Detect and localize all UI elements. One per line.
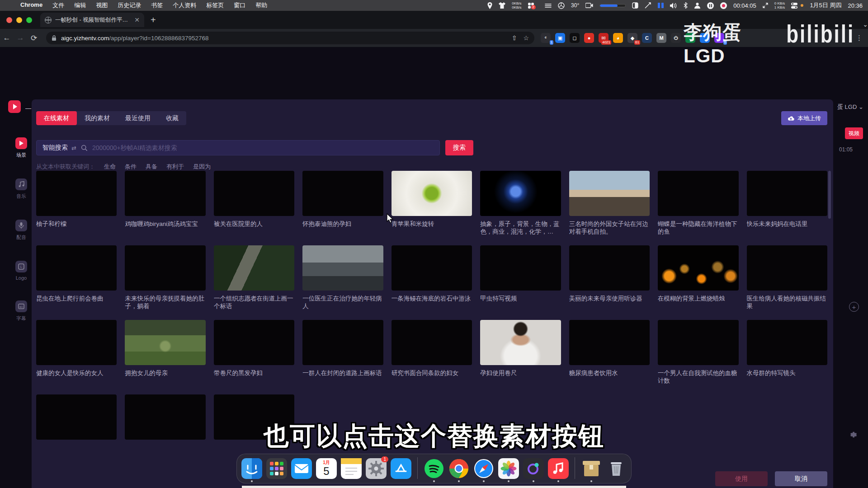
sidebar-item-场景[interactable]: 场景 — [15, 137, 27, 159]
material-item[interactable]: 未来快乐的母亲抚摸着她的肚子，躺着 — [125, 245, 205, 320]
dock-icon-appstore[interactable] — [391, 458, 411, 479]
back-button[interactable]: ← — [0, 33, 14, 42]
close-window-button[interactable] — [6, 17, 12, 23]
material-thumbnail[interactable] — [125, 320, 205, 365]
dock-icon-package[interactable] — [581, 458, 602, 479]
material-thumbnail[interactable] — [302, 171, 383, 216]
material-thumbnail[interactable] — [747, 245, 827, 291]
material-thumbnail[interactable] — [480, 171, 561, 216]
material-thumbnail[interactable] — [480, 320, 561, 365]
sidebar-item-字幕[interactable]: 字幕 — [15, 300, 27, 322]
material-item[interactable]: 糖尿病患者饮用水 — [569, 320, 650, 394]
dock-icon-trash[interactable] — [606, 458, 627, 479]
material-thumbnail[interactable] — [214, 320, 294, 365]
material-thumbnail[interactable] — [36, 245, 117, 291]
reload-button[interactable]: ⟳ — [27, 33, 41, 43]
material-thumbnail[interactable] — [214, 245, 294, 291]
material-item[interactable]: 健康的女人是快乐的女人 — [36, 320, 117, 394]
generate-video-button[interactable]: 视频 — [845, 127, 863, 139]
material-tab-1[interactable]: 在线素材 — [36, 111, 77, 125]
menu-item-1[interactable]: 文件 — [47, 1, 69, 9]
temperature-indicator[interactable]: 30° — [571, 2, 579, 9]
zoom-plus-button[interactable]: + — [849, 302, 859, 312]
pause-icon[interactable] — [707, 2, 714, 9]
menu-item-4[interactable]: 历史记录 — [113, 1, 146, 9]
menu-item-2[interactable]: 编辑 — [69, 1, 91, 9]
material-thumbnail[interactable] — [125, 171, 205, 216]
extension-icon-2[interactable]: ▣ — [555, 33, 565, 43]
app-logo[interactable] — [8, 100, 21, 113]
menu-item-chrome[interactable]: Chrome — [15, 1, 47, 9]
contrast-icon[interactable] — [632, 2, 638, 9]
network-speed-indicator-2[interactable]: 0 KB/s1 KB/s — [774, 1, 785, 9]
material-tab-2[interactable]: 我的素材 — [77, 111, 118, 125]
material-item[interactable]: 蝴蝶是一种隐藏在海洋植物下的鱼 — [658, 171, 738, 245]
extension-icon-5[interactable]: ✉4021 — [599, 33, 609, 43]
dock-icon-safari[interactable] — [473, 458, 494, 479]
extension-icon-8[interactable]: C — [642, 33, 652, 43]
material-thumbnail[interactable] — [658, 245, 738, 291]
menu-item-9[interactable]: 帮助 — [250, 1, 272, 9]
expand-icon[interactable] — [763, 3, 768, 8]
material-item[interactable]: 研究书面合同条款的妇女 — [392, 320, 472, 394]
sidebar-item-Logo[interactable]: LLogo — [15, 261, 27, 281]
material-item[interactable]: 医生给病人看她的核磁共振结果 — [747, 245, 827, 320]
dock-icon-music[interactable] — [548, 458, 569, 479]
material-thumbnail[interactable] — [658, 320, 738, 365]
scrollbar-thumb[interactable] — [828, 171, 831, 219]
dock-icon-mail[interactable] — [291, 458, 312, 479]
swap-icon[interactable]: ⇄ — [71, 145, 76, 151]
search-box[interactable]: 智能搜索 ⇄ — [36, 140, 440, 155]
material-item[interactable]: 孕妇使用卷尺 — [480, 320, 561, 394]
material-thumbnail[interactable] — [36, 320, 117, 365]
lock-icon[interactable] — [52, 35, 57, 41]
material-item[interactable]: 一个男人在自我测试他的血糖计数 — [658, 320, 738, 394]
material-item[interactable]: 三名时尚的外国女子站在河边对着手机自拍。 — [569, 171, 650, 245]
sidebar-item-配音[interactable]: 配音 — [15, 220, 27, 241]
share-icon[interactable]: ⇧ — [512, 34, 517, 42]
lines-icon[interactable] — [545, 3, 552, 8]
material-item[interactable]: 在模糊的背景上燃烧蜡烛 — [658, 245, 738, 320]
material-thumbnail[interactable] — [302, 245, 383, 291]
keyword-chip[interactable]: 有利于 — [166, 163, 184, 171]
switches-icon[interactable] — [791, 3, 803, 9]
blue-bars-icon[interactable] — [658, 3, 664, 8]
extension-icon-3[interactable]: ◻ — [570, 33, 580, 43]
material-item[interactable]: 柚子和柠檬 — [36, 171, 117, 245]
menu-item-5[interactable]: 书签 — [146, 1, 168, 9]
menu-item-7[interactable]: 标签页 — [201, 1, 229, 9]
material-item[interactable]: 抽象，原子，背景，生物，蓝色，商业，混沌，化学，… — [480, 171, 561, 245]
material-item[interactable]: 被关在医院里的人 — [214, 171, 294, 245]
material-item[interactable]: 带卷尺的黑发孕妇 — [214, 320, 294, 394]
dock-icon-finder[interactable] — [241, 458, 262, 479]
dock-icon-calendar[interactable]: 1月5 — [316, 458, 337, 479]
menu-bar-date[interactable]: 1月5日 周四 — [810, 1, 841, 9]
keyword-chip[interactable]: 条件 — [125, 163, 137, 171]
material-thumbnail[interactable] — [392, 171, 472, 216]
pen-icon[interactable] — [645, 2, 651, 9]
material-item[interactable]: 快乐未来妈妈在电话里 — [747, 171, 827, 245]
material-item[interactable]: 一位医生正在治疗她的年轻病人 — [302, 245, 383, 320]
material-thumbnail[interactable] — [392, 320, 472, 365]
search-input[interactable] — [92, 144, 434, 151]
material-item[interactable]: 青苹果和米旋转 — [392, 171, 472, 245]
use-button[interactable]: 使用 — [715, 471, 768, 486]
material-thumbnail[interactable] — [747, 171, 827, 216]
extension-icon-1[interactable]: ᶜ1 — [541, 33, 551, 43]
tab-close-icon[interactable]: ✕ — [134, 16, 140, 23]
user-icon[interactable] — [694, 2, 701, 9]
keyword-chip[interactable]: 生命 — [104, 163, 116, 171]
account-name[interactable]: 蛋 LGD ⌄ — [837, 103, 863, 111]
menu-item-6[interactable]: 个人资料 — [168, 1, 201, 9]
extension-icon-7[interactable]: ◆61 — [627, 33, 637, 43]
menu-bar-time[interactable]: 20:36 — [848, 2, 863, 9]
material-thumbnail[interactable] — [747, 320, 827, 365]
material-item[interactable]: 一个组织志愿者在街道上画一个标语 — [214, 245, 294, 320]
material-thumbnail[interactable] — [569, 171, 650, 216]
bluetooth-icon[interactable] — [684, 2, 688, 9]
material-item[interactable]: 一条海鳗在海底的岩石中游泳 — [392, 245, 472, 320]
extension-icon-10[interactable]: ⏻ — [671, 33, 681, 43]
sidebar-item-音乐[interactable]: 音乐 — [15, 178, 27, 200]
local-upload-button[interactable]: 本地上传 — [781, 111, 827, 125]
material-thumbnail[interactable] — [480, 245, 561, 291]
